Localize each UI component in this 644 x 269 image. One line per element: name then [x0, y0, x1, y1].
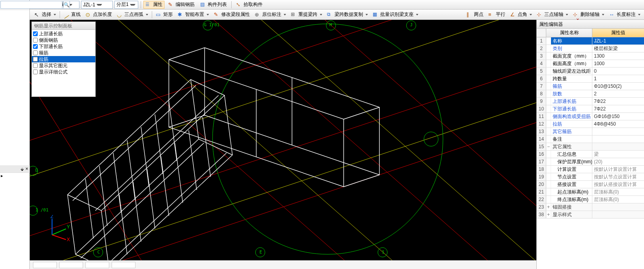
- checkbox[interactable]: [33, 38, 38, 43]
- properties-button[interactable]: 属性: [143, 1, 164, 9]
- point-angle-button[interactable]: 点角: [508, 11, 534, 19]
- checkbox[interactable]: [33, 44, 38, 49]
- property-row[interactable]: 22 终点顶标高(m)层顶标高(0): [537, 196, 644, 203]
- property-value[interactable]: [592, 143, 644, 150]
- property-row[interactable]: 12拉筋4Φ8@450: [537, 120, 644, 128]
- close-icon[interactable]: ×: [25, 166, 28, 172]
- tree-node[interactable]: ▸: [1, 173, 29, 178]
- property-row[interactable]: 38+显示样式: [537, 211, 644, 219]
- batch-support-button[interactable]: 批量识别梁支座: [371, 11, 420, 19]
- two-point-button[interactable]: 两点: [464, 11, 485, 19]
- property-value[interactable]: 按默认计算设置计算: [592, 166, 644, 173]
- rect-button[interactable]: 矩形: [154, 11, 175, 19]
- rebar-toggle-row[interactable]: 侧面钢筋: [32, 37, 95, 43]
- property-value[interactable]: 层顶标高(0): [592, 188, 644, 195]
- property-row[interactable]: 17 保护层厚度(mm)(20): [537, 158, 644, 166]
- rebar-toggle-row[interactable]: 显示详细公式: [32, 69, 95, 75]
- checkbox[interactable]: [33, 63, 38, 68]
- parallel-button[interactable]: 平行: [486, 11, 507, 19]
- member-combo[interactable]: JZL-1: [81, 1, 113, 9]
- property-row[interactable]: 19 节点设置按默认节点设置计算: [537, 173, 644, 181]
- property-row[interactable]: 9上部通长筋7Φ22: [537, 98, 644, 105]
- property-row[interactable]: 7箍筋Φ10@150(2): [537, 83, 644, 90]
- checkbox[interactable]: [33, 70, 38, 74]
- property-value[interactable]: GΦ16@150: [592, 113, 644, 120]
- property-row[interactable]: 3截面宽度（mm）1300: [537, 52, 644, 60]
- property-row[interactable]: 5轴线距梁左边线距0: [537, 68, 644, 75]
- delete-aux-button[interactable]: 删除辅轴: [571, 11, 606, 19]
- property-value[interactable]: 7Φ22: [592, 105, 644, 112]
- property-row[interactable]: 18 计算设置按默认计算设置计算: [537, 166, 644, 173]
- respan-button[interactable]: 重提梁跨: [289, 11, 324, 19]
- tree-toggle[interactable]: +: [546, 203, 551, 211]
- search-input[interactable]: [0, 1, 62, 9]
- property-row[interactable]: 1名称JZL-1: [537, 37, 644, 45]
- property-row[interactable]: 15−其它属性: [537, 143, 644, 151]
- property-value[interactable]: 按默认搭接设置计算: [592, 181, 644, 188]
- property-value[interactable]: 梁: [592, 151, 644, 158]
- property-row[interactable]: 2类别楼层框架梁: [537, 45, 644, 52]
- property-value[interactable]: 4Φ8@450: [592, 120, 644, 128]
- property-value[interactable]: Φ10@150(2): [592, 83, 644, 90]
- checkbox[interactable]: [33, 50, 38, 55]
- property-row[interactable]: 8肢数2: [537, 90, 644, 98]
- property-value[interactable]: 楼层框架梁: [592, 45, 644, 52]
- property-value[interactable]: JZL-1: [592, 37, 644, 45]
- property-value[interactable]: 0: [592, 68, 644, 75]
- property-row[interactable]: 20 搭接设置按默认搭接设置计算: [537, 181, 644, 188]
- length-dim-button[interactable]: 长度标注: [607, 11, 642, 19]
- rebar-display-panel[interactable]: 钢筋显示控制面板 上部通长筋侧面钢筋下部通长筋箍筋拉筋显示其它图元显示详细公式: [31, 21, 96, 97]
- property-rows[interactable]: 1名称JZL-12类别楼层框架梁3截面宽度（mm）13004截面高度（mm）10…: [537, 37, 644, 269]
- property-value[interactable]: (20): [592, 158, 644, 165]
- property-row[interactable]: 6跨数量1: [537, 75, 644, 83]
- viewport-canvas[interactable]: G 1/01 H J D 1 /01 C E 1 Z Y X 钢筋显示控制面板 …: [30, 20, 536, 260]
- row-number: 2: [537, 45, 546, 52]
- property-row[interactable]: 13其它箍筋: [537, 128, 644, 135]
- property-name: 肢数: [551, 90, 592, 97]
- row-number: 20: [537, 181, 546, 188]
- layer-combo[interactable]: 分层1: [114, 1, 138, 9]
- list-icon: [200, 2, 207, 8]
- rebar-toggle-row[interactable]: 下部通长筋: [32, 43, 95, 50]
- tree-toggle[interactable]: −: [546, 143, 551, 150]
- orig-mark-button[interactable]: 原位标注: [253, 11, 288, 19]
- property-row[interactable]: 21 起点顶标高(m)层顶标高(0): [537, 188, 644, 196]
- pick-component-button[interactable]: 拾取构件: [234, 1, 265, 9]
- checkbox[interactable]: [33, 57, 38, 62]
- property-value[interactable]: 2: [592, 90, 644, 97]
- property-value[interactable]: [592, 211, 644, 218]
- tree-toggle[interactable]: +: [546, 211, 551, 218]
- point-length-button[interactable]: 点加长度: [83, 11, 114, 19]
- checkbox[interactable]: [33, 31, 38, 36]
- property-value[interactable]: [592, 135, 644, 143]
- smart-layout-button[interactable]: 智能布置: [176, 11, 211, 19]
- rebar-toggle-row[interactable]: 箍筋: [32, 50, 95, 56]
- rebar-toggle-row[interactable]: 显示其它图元: [32, 62, 95, 69]
- property-row[interactable]: 16 汇总信息梁: [537, 151, 644, 158]
- property-row[interactable]: 10下部通长筋7Φ22: [537, 105, 644, 113]
- property-value[interactable]: 1000: [592, 60, 644, 67]
- search-button[interactable]: 🔍: [63, 1, 70, 9]
- property-row[interactable]: 11侧面构造或受扭筋GΦ16@150: [537, 113, 644, 120]
- edit-span-prop-button[interactable]: 修改梁段属性: [212, 11, 252, 19]
- property-value[interactable]: 1: [592, 75, 644, 82]
- property-value[interactable]: [592, 128, 644, 135]
- edit-rebar-button[interactable]: 编辑钢筋: [166, 1, 197, 9]
- property-row[interactable]: 23+锚固搭接: [537, 203, 644, 211]
- property-value[interactable]: 1300: [592, 52, 644, 60]
- rebar-toggle-row[interactable]: 拉筋: [32, 56, 95, 62]
- axis-3point-button[interactable]: 三点辅轴: [535, 11, 570, 19]
- property-row[interactable]: 4截面高度（mm）1000: [537, 60, 644, 68]
- property-value[interactable]: 7Φ22: [592, 98, 644, 105]
- line-button[interactable]: 直线: [62, 11, 83, 19]
- arc-3point-button[interactable]: 三点画弧: [115, 11, 150, 19]
- select-button[interactable]: 选择: [32, 11, 58, 19]
- property-value[interactable]: 层顶标高(0): [592, 196, 644, 203]
- pin-icon[interactable]: ⬙: [21, 167, 24, 171]
- property-row[interactable]: 14备注: [537, 135, 644, 143]
- component-list-button[interactable]: 构件列表: [198, 1, 229, 9]
- rebar-toggle-row[interactable]: 上部通长筋: [32, 31, 95, 37]
- span-copy-button[interactable]: 梁跨数据复制: [325, 11, 370, 19]
- property-value[interactable]: [592, 203, 644, 211]
- property-value[interactable]: 按默认节点设置计算: [592, 173, 644, 180]
